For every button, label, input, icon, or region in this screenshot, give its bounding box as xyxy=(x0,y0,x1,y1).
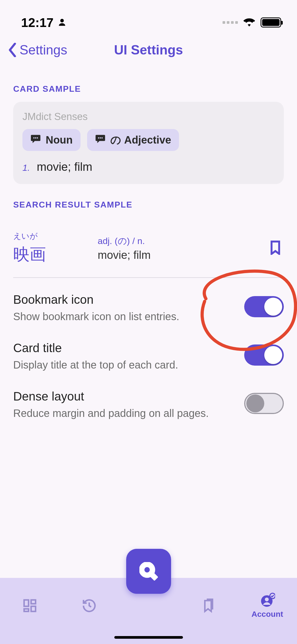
back-button[interactable]: Settings xyxy=(8,42,67,58)
sense-row: 1. movie; film xyxy=(22,160,275,173)
cellular-icon xyxy=(223,21,238,24)
search-result-def-col: adj. (の) / n. movie; film xyxy=(98,235,270,261)
setting-desc: Display title at the top of each card. xyxy=(13,358,236,372)
section-header-search-sample: SEARCH RESULT SAMPLE xyxy=(0,184,297,218)
chip-label: Noun xyxy=(46,134,73,146)
svg-point-3 xyxy=(37,137,38,139)
history-icon xyxy=(82,598,97,613)
home-indicator xyxy=(114,636,183,639)
chip-adjective[interactable]: の Adjective xyxy=(87,129,179,151)
section-header-card-sample: CARD SAMPLE xyxy=(0,68,297,102)
tab-dashboard[interactable] xyxy=(0,598,59,613)
svg-point-6 xyxy=(101,137,103,139)
svg-point-0 xyxy=(60,19,64,22)
chip-label: の Adjective xyxy=(110,133,171,147)
toggle-bookmark-icon[interactable] xyxy=(244,296,284,317)
svg-point-1 xyxy=(33,137,35,139)
chip-noun[interactable]: Noun xyxy=(22,129,81,151)
status-right xyxy=(223,17,281,28)
wifi-icon xyxy=(243,17,255,28)
svg-point-4 xyxy=(98,137,99,139)
account-icon xyxy=(260,593,275,608)
bookmark-button[interactable] xyxy=(270,241,284,256)
nav-bar: Settings UI Settings xyxy=(0,37,297,68)
search-icon xyxy=(139,562,158,581)
svg-line-15 xyxy=(151,574,156,579)
sense-number: 1. xyxy=(22,163,30,173)
setting-title: Dense layout xyxy=(13,389,236,403)
speech-bubble-icon xyxy=(30,134,41,146)
bookmarks-icon xyxy=(200,598,216,613)
search-fab[interactable] xyxy=(126,549,171,594)
svg-rect-8 xyxy=(31,600,35,604)
setting-desc: Show bookmark icon on list entries. xyxy=(13,309,236,324)
search-result-word-col: えいが 映画 xyxy=(13,231,98,265)
page-title: UI Settings xyxy=(114,42,183,58)
svg-rect-9 xyxy=(24,609,29,611)
card-subtitle: JMdict Senses xyxy=(22,111,275,122)
status-bar: 12:17 xyxy=(0,0,297,37)
setting-text: Bookmark icon Show bookmark icon on list… xyxy=(13,292,236,324)
setting-title: Bookmark icon xyxy=(13,292,236,307)
svg-point-14 xyxy=(142,564,152,575)
tab-account[interactable]: Account xyxy=(238,593,297,619)
dashboard-icon xyxy=(22,598,37,613)
search-result-definition: movie; film xyxy=(98,249,270,261)
setting-text: Card title Display title at the top of e… xyxy=(13,341,236,372)
svg-point-2 xyxy=(35,137,36,139)
tab-history[interactable] xyxy=(59,598,119,613)
svg-point-12 xyxy=(265,597,269,601)
tab-label: Account xyxy=(252,610,283,619)
search-result-pos: adj. (の) / n. xyxy=(98,235,270,247)
setting-row-dense-layout: Dense layout Reduce margin and padding o… xyxy=(0,375,297,423)
search-result-reading: えいが xyxy=(13,231,98,242)
setting-row-bookmark: Bookmark icon Show bookmark icon on list… xyxy=(0,278,297,326)
person-icon xyxy=(57,15,67,30)
setting-text: Dense layout Reduce margin and padding o… xyxy=(13,389,236,420)
tab-bookmarks[interactable] xyxy=(178,598,238,613)
svg-rect-7 xyxy=(24,600,29,606)
setting-row-card-title: Card title Display title at the top of e… xyxy=(0,326,297,375)
card-sample: JMdict Senses Noun の Adjective 1. movie;… xyxy=(13,102,284,184)
setting-desc: Reduce margin and padding on all pages. xyxy=(13,406,236,420)
chevron-left-icon xyxy=(8,43,17,57)
status-time: 12:17 xyxy=(21,15,54,30)
toggle-card-title[interactable] xyxy=(244,344,284,366)
chip-row: Noun の Adjective xyxy=(22,129,275,151)
battery-icon xyxy=(261,17,281,27)
speech-bubble-icon xyxy=(95,134,106,146)
toggle-dense-layout[interactable] xyxy=(244,393,284,414)
search-result-word: 映画 xyxy=(13,243,98,265)
sense-text: movie; film xyxy=(37,160,92,173)
status-left: 12:17 xyxy=(21,15,67,30)
setting-title: Card title xyxy=(13,341,236,355)
svg-rect-10 xyxy=(31,606,35,611)
bookmark-icon xyxy=(270,241,281,255)
search-result-sample: えいが 映画 adj. (の) / n. movie; film xyxy=(13,224,284,278)
svg-point-5 xyxy=(100,137,101,139)
back-label: Settings xyxy=(20,42,67,58)
